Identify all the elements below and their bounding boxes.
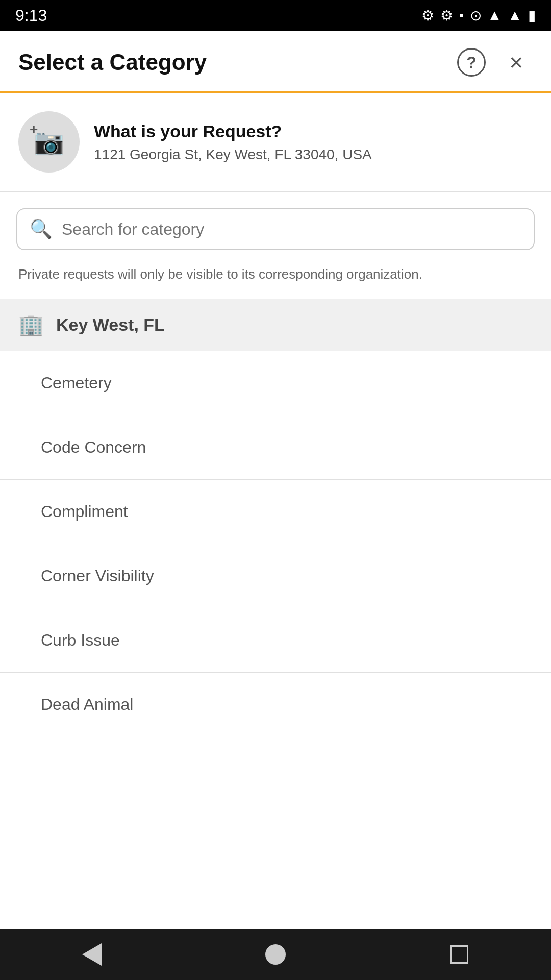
category-label: Code Concern bbox=[41, 438, 146, 456]
bottom-navigation bbox=[0, 929, 551, 980]
back-icon bbox=[82, 943, 102, 966]
section-header: 🏢 Key West, FL bbox=[0, 299, 551, 351]
close-icon: × bbox=[510, 51, 523, 74]
camera-icon: 📷 bbox=[34, 128, 64, 156]
close-button[interactable]: × bbox=[500, 46, 533, 79]
list-item[interactable]: Dead Animal bbox=[0, 673, 551, 737]
category-label: Cemetery bbox=[41, 374, 112, 392]
sim-icon: ▪ bbox=[459, 8, 464, 22]
header-actions: ? × bbox=[455, 46, 533, 79]
list-item[interactable]: Curb Issue bbox=[0, 608, 551, 673]
wifi-icon: ▲ bbox=[488, 7, 502, 23]
list-item[interactable]: Code Concern bbox=[0, 415, 551, 480]
privacy-note: Private requests will only be visible to… bbox=[0, 254, 551, 299]
section-title: Key West, FL bbox=[56, 315, 165, 335]
add-photo-button[interactable]: + 📷 bbox=[18, 111, 80, 173]
status-bar: 9:13 ⚙ ⚙ ▪ ⊙ ▲ ▲ ▮ bbox=[0, 0, 551, 31]
list-item[interactable]: Compliment bbox=[0, 480, 551, 544]
category-label: Compliment bbox=[41, 502, 128, 521]
city-icon: 🏢 bbox=[18, 313, 44, 337]
search-input[interactable] bbox=[62, 220, 521, 239]
home-button[interactable] bbox=[255, 934, 296, 975]
recents-icon bbox=[450, 945, 468, 964]
settings-icon-2: ⚙ bbox=[440, 7, 453, 24]
time-display: 9:13 bbox=[15, 6, 47, 25]
category-list: CemeteryCode ConcernComplimentCorner Vis… bbox=[0, 351, 551, 929]
plus-icon: + bbox=[30, 122, 38, 137]
request-address: 1121 Georgia St, Key West, FL 33040, USA bbox=[94, 146, 372, 163]
request-info: What is your Request? 1121 Georgia St, K… bbox=[94, 121, 372, 163]
signal-icon: ▲ bbox=[508, 7, 522, 23]
page-title: Select a Category bbox=[18, 50, 207, 75]
list-item[interactable]: Cemetery bbox=[0, 351, 551, 415]
battery-icon: ▮ bbox=[528, 7, 536, 24]
request-banner: + 📷 What is your Request? 1121 Georgia S… bbox=[0, 93, 551, 192]
request-title: What is your Request? bbox=[94, 121, 372, 141]
page-header: Select a Category ? × bbox=[0, 31, 551, 93]
back-button[interactable] bbox=[71, 934, 112, 975]
category-label: Corner Visibility bbox=[41, 567, 154, 585]
help-button[interactable]: ? bbox=[455, 46, 488, 79]
settings-icon-1: ⚙ bbox=[421, 7, 434, 24]
target-icon: ⊙ bbox=[470, 7, 482, 24]
status-time: 9:13 bbox=[15, 6, 47, 25]
search-box: 🔍 bbox=[16, 208, 535, 250]
help-icon: ? bbox=[457, 48, 486, 77]
list-item[interactable]: Corner Visibility bbox=[0, 544, 551, 608]
category-label: Curb Issue bbox=[41, 631, 120, 649]
recents-button[interactable] bbox=[439, 934, 480, 975]
search-icon: 🔍 bbox=[30, 218, 53, 240]
status-icons: ⚙ ⚙ ▪ ⊙ ▲ ▲ ▮ bbox=[421, 7, 536, 24]
home-icon bbox=[265, 944, 286, 965]
category-label: Dead Animal bbox=[41, 695, 133, 714]
search-section: 🔍 bbox=[0, 192, 551, 254]
